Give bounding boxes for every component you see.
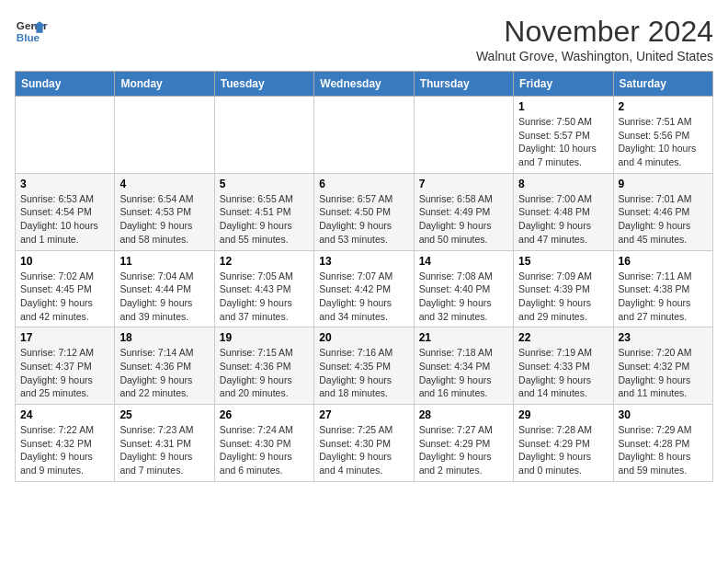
logo: General Blue xyxy=(15,15,48,48)
calendar-week-5: 24Sunrise: 7:22 AM Sunset: 4:32 PM Dayli… xyxy=(16,405,713,482)
day-info: Sunrise: 7:16 AM Sunset: 4:35 PM Dayligh… xyxy=(319,347,392,398)
day-info: Sunrise: 6:55 AM Sunset: 4:51 PM Dayligh… xyxy=(220,193,293,245)
day-info: Sunrise: 7:50 AM Sunset: 5:57 PM Dayligh… xyxy=(518,116,597,167)
calendar-cell: 23Sunrise: 7:20 AM Sunset: 4:32 PM Dayli… xyxy=(613,327,712,405)
calendar-header-row: SundayMondayTuesdayWednesdayThursdayFrid… xyxy=(16,72,713,97)
day-number: 11 xyxy=(119,255,209,268)
day-info: Sunrise: 7:20 AM Sunset: 4:32 PM Dayligh… xyxy=(619,347,692,398)
day-info: Sunrise: 7:00 AM Sunset: 4:48 PM Dayligh… xyxy=(518,193,592,245)
day-info: Sunrise: 7:08 AM Sunset: 4:40 PM Dayligh… xyxy=(419,270,493,322)
day-info: Sunrise: 6:58 AM Sunset: 4:49 PM Dayligh… xyxy=(419,193,493,245)
day-info: Sunrise: 7:01 AM Sunset: 4:46 PM Dayligh… xyxy=(619,193,692,245)
day-number: 21 xyxy=(419,331,508,344)
day-info: Sunrise: 7:51 AM Sunset: 5:56 PM Dayligh… xyxy=(619,116,697,167)
calendar-week-3: 10Sunrise: 7:02 AM Sunset: 4:45 PM Dayli… xyxy=(16,250,713,327)
day-number: 24 xyxy=(20,408,109,421)
day-number: 19 xyxy=(220,331,309,344)
day-number: 26 xyxy=(220,408,309,421)
column-header-saturday: Saturday xyxy=(613,72,712,97)
month-title: November 2024 xyxy=(476,15,713,49)
calendar-cell: 29Sunrise: 7:28 AM Sunset: 4:29 PM Dayli… xyxy=(514,405,613,482)
day-number: 16 xyxy=(619,255,708,268)
calendar-cell: 19Sunrise: 7:15 AM Sunset: 4:36 PM Dayli… xyxy=(214,327,313,405)
day-number: 15 xyxy=(518,255,608,268)
calendar-cell: 13Sunrise: 7:07 AM Sunset: 4:42 PM Dayli… xyxy=(314,250,414,327)
day-info: Sunrise: 7:07 AM Sunset: 4:42 PM Dayligh… xyxy=(319,270,392,322)
day-info: Sunrise: 7:09 AM Sunset: 4:39 PM Dayligh… xyxy=(518,270,592,322)
calendar-cell: 11Sunrise: 7:04 AM Sunset: 4:44 PM Dayli… xyxy=(115,250,214,327)
day-number: 14 xyxy=(419,255,508,268)
column-header-wednesday: Wednesday xyxy=(314,72,414,97)
calendar-cell: 21Sunrise: 7:18 AM Sunset: 4:34 PM Dayli… xyxy=(414,327,513,405)
calendar-cell: 14Sunrise: 7:08 AM Sunset: 4:40 PM Dayli… xyxy=(414,250,513,327)
day-info: Sunrise: 7:19 AM Sunset: 4:33 PM Dayligh… xyxy=(518,347,592,398)
calendar-cell: 7Sunrise: 6:58 AM Sunset: 4:49 PM Daylig… xyxy=(414,173,513,250)
calendar-cell: 15Sunrise: 7:09 AM Sunset: 4:39 PM Dayli… xyxy=(514,250,613,327)
column-header-friday: Friday xyxy=(514,72,613,97)
day-number: 13 xyxy=(319,255,408,268)
day-number: 22 xyxy=(518,331,608,344)
calendar-cell: 18Sunrise: 7:14 AM Sunset: 4:36 PM Dayli… xyxy=(115,327,214,405)
day-number: 8 xyxy=(518,178,608,190)
day-info: Sunrise: 7:14 AM Sunset: 4:36 PM Dayligh… xyxy=(119,347,193,398)
day-info: Sunrise: 7:11 AM Sunset: 4:38 PM Dayligh… xyxy=(619,270,692,322)
calendar-cell: 28Sunrise: 7:27 AM Sunset: 4:29 PM Dayli… xyxy=(414,405,513,482)
day-number: 9 xyxy=(619,178,708,190)
calendar-week-1: 1Sunrise: 7:50 AM Sunset: 5:57 PM Daylig… xyxy=(16,97,713,174)
calendar-cell: 1Sunrise: 7:50 AM Sunset: 5:57 PM Daylig… xyxy=(514,97,613,174)
calendar-cell: 16Sunrise: 7:11 AM Sunset: 4:38 PM Dayli… xyxy=(613,250,712,327)
day-info: Sunrise: 7:22 AM Sunset: 4:32 PM Dayligh… xyxy=(20,424,94,476)
day-number: 25 xyxy=(119,408,209,421)
day-info: Sunrise: 7:02 AM Sunset: 4:45 PM Dayligh… xyxy=(20,270,94,322)
calendar-cell xyxy=(314,97,414,174)
column-header-sunday: Sunday xyxy=(16,72,115,97)
day-info: Sunrise: 7:23 AM Sunset: 4:31 PM Dayligh… xyxy=(119,424,193,476)
day-number: 2 xyxy=(619,100,708,113)
calendar-cell: 30Sunrise: 7:29 AM Sunset: 4:28 PM Dayli… xyxy=(613,405,712,482)
calendar-cell: 9Sunrise: 7:01 AM Sunset: 4:46 PM Daylig… xyxy=(613,173,712,250)
day-info: Sunrise: 6:53 AM Sunset: 4:54 PM Dayligh… xyxy=(20,193,98,245)
calendar-cell: 12Sunrise: 7:05 AM Sunset: 4:43 PM Dayli… xyxy=(214,250,313,327)
calendar-cell xyxy=(414,97,513,174)
day-number: 12 xyxy=(220,255,309,268)
calendar-cell: 10Sunrise: 7:02 AM Sunset: 4:45 PM Dayli… xyxy=(16,250,115,327)
day-number: 17 xyxy=(20,331,109,344)
calendar-cell: 8Sunrise: 7:00 AM Sunset: 4:48 PM Daylig… xyxy=(514,173,613,250)
day-info: Sunrise: 7:04 AM Sunset: 4:44 PM Dayligh… xyxy=(119,270,193,322)
calendar-cell: 3Sunrise: 6:53 AM Sunset: 4:54 PM Daylig… xyxy=(16,173,115,250)
day-number: 7 xyxy=(419,178,508,190)
day-info: Sunrise: 7:05 AM Sunset: 4:43 PM Dayligh… xyxy=(220,270,293,322)
day-info: Sunrise: 7:28 AM Sunset: 4:29 PM Dayligh… xyxy=(518,424,592,476)
day-number: 20 xyxy=(319,331,408,344)
day-number: 28 xyxy=(419,408,508,421)
day-info: Sunrise: 7:15 AM Sunset: 4:36 PM Dayligh… xyxy=(220,347,293,398)
calendar-cell: 24Sunrise: 7:22 AM Sunset: 4:32 PM Dayli… xyxy=(16,405,115,482)
calendar-cell: 20Sunrise: 7:16 AM Sunset: 4:35 PM Dayli… xyxy=(314,327,414,405)
location: Walnut Grove, Washington, United States xyxy=(476,49,713,63)
calendar-cell xyxy=(214,97,313,174)
column-header-tuesday: Tuesday xyxy=(214,72,313,97)
day-info: Sunrise: 7:27 AM Sunset: 4:29 PM Dayligh… xyxy=(419,424,493,476)
column-header-thursday: Thursday xyxy=(414,72,513,97)
calendar-cell: 5Sunrise: 6:55 AM Sunset: 4:51 PM Daylig… xyxy=(214,173,313,250)
day-number: 5 xyxy=(220,178,309,190)
day-number: 18 xyxy=(119,331,209,344)
day-number: 23 xyxy=(619,331,708,344)
calendar-week-2: 3Sunrise: 6:53 AM Sunset: 4:54 PM Daylig… xyxy=(16,173,713,250)
calendar-cell xyxy=(115,97,214,174)
day-info: Sunrise: 7:18 AM Sunset: 4:34 PM Dayligh… xyxy=(419,347,493,398)
day-number: 30 xyxy=(619,408,708,421)
calendar-table: SundayMondayTuesdayWednesdayThursdayFrid… xyxy=(15,71,713,482)
day-number: 1 xyxy=(518,100,608,113)
day-number: 3 xyxy=(20,178,109,190)
day-info: Sunrise: 6:54 AM Sunset: 4:53 PM Dayligh… xyxy=(119,193,193,245)
day-number: 10 xyxy=(20,255,109,268)
column-header-monday: Monday xyxy=(115,72,214,97)
day-number: 27 xyxy=(319,408,408,421)
calendar-cell: 25Sunrise: 7:23 AM Sunset: 4:31 PM Dayli… xyxy=(115,405,214,482)
day-info: Sunrise: 7:24 AM Sunset: 4:30 PM Dayligh… xyxy=(220,424,293,476)
day-number: 4 xyxy=(119,178,209,190)
calendar-cell: 27Sunrise: 7:25 AM Sunset: 4:30 PM Dayli… xyxy=(314,405,414,482)
page-header: General Blue November 2024 Walnut Grove,… xyxy=(15,15,713,63)
day-info: Sunrise: 6:57 AM Sunset: 4:50 PM Dayligh… xyxy=(319,193,392,245)
